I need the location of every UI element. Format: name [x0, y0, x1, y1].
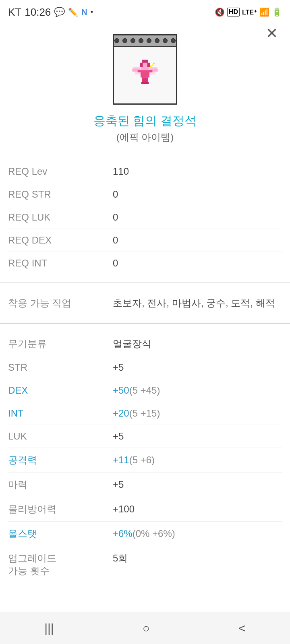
weapon-stats-section: 무기분류 얼굴장식 STR +5 DEX +50(5 +45) INT +20(… — [0, 332, 290, 582]
dex-main: +50 — [113, 385, 129, 396]
defense-label: 물리방어력 — [8, 503, 113, 516]
allstat-suffix: (0% +6%) — [133, 528, 175, 539]
battery-icon: 🔋 — [272, 7, 282, 17]
divider-3 — [0, 323, 290, 324]
divider-2 — [0, 283, 290, 283]
svg-rect-17 — [138, 70, 142, 72]
usable-jobs-value: 초보자, 전사, 마법사, 궁수, 도적, 해적 — [113, 297, 275, 310]
req-dex-label: REQ DEX — [8, 235, 113, 246]
attack-row: 공격력 +11(5 +6) — [8, 448, 282, 473]
magic-label: 마력 — [8, 478, 113, 491]
usable-jobs-label: 착용 가능 직업 — [8, 297, 113, 310]
req-luk-value: 0 — [113, 212, 118, 223]
luk-row: LUK +5 — [8, 425, 282, 448]
usable-jobs-section: 착용 가능 직업 초보자, 전사, 마법사, 궁수, 도적, 해적 — [0, 291, 290, 315]
str-value: +5 — [113, 362, 124, 373]
pixel-art-area — [114, 47, 176, 103]
signal-icon: 📶 — [259, 7, 269, 17]
magic-value: +5 — [113, 479, 124, 490]
upgrade-value: 5회 — [113, 552, 128, 565]
attack-label: 공격력 — [8, 454, 113, 466]
req-lev-value: 110 — [113, 166, 129, 177]
int-row: INT +20(5 +15) — [8, 402, 282, 425]
req-int-row: REQ INT 0 — [8, 252, 282, 275]
svg-rect-21 — [153, 62, 155, 64]
item-image-container — [0, 34, 290, 105]
req-lev-row: REQ Lev 110 — [8, 160, 282, 183]
req-str-value: 0 — [113, 189, 118, 200]
weapon-type-label: 무기분류 — [8, 337, 113, 350]
dex-label: DEX — [8, 385, 113, 396]
nav-back[interactable]: < — [238, 621, 246, 635]
divider-1 — [0, 152, 290, 152]
attack-value: +11(5 +6) — [113, 454, 155, 466]
item-grade: (에픽 아이템) — [8, 131, 282, 144]
int-value: +20(5 +15) — [113, 408, 160, 419]
req-str-row: REQ STR 0 — [8, 183, 282, 206]
hole-4 — [139, 38, 143, 43]
hole-1 — [114, 38, 119, 43]
svg-rect-15 — [141, 82, 145, 84]
hole-8 — [171, 38, 176, 43]
svg-rect-16 — [145, 82, 149, 84]
upgrade-label: 업그레이드가능 횟수 — [8, 552, 113, 577]
svg-rect-5 — [147, 62, 150, 67]
status-left: KT 10:26 💬 ✏️ N • — [8, 6, 93, 19]
nav-recent-apps[interactable]: ||| — [44, 621, 54, 635]
req-dex-row: REQ DEX 0 — [8, 229, 282, 252]
pencil-icon: ✏️ — [68, 7, 78, 17]
requirements-section: REQ Lev 110 REQ STR 0 REQ LUK 0 REQ DEX … — [0, 160, 290, 275]
int-label: INT — [8, 408, 113, 419]
magic-row: 마력 +5 — [8, 473, 282, 497]
status-right: 🔇 HD LTE⁺ 📶 🔋 — [215, 7, 282, 17]
req-luk-row: REQ LUK 0 — [8, 206, 282, 229]
status-bar: KT 10:26 💬 ✏️ N • 🔇 HD LTE⁺ 📶 🔋 — [0, 0, 290, 22]
allstat-main: +6% — [113, 528, 133, 539]
usable-jobs-row: 착용 가능 직업 초보자, 전사, 마법사, 궁수, 도적, 해적 — [8, 291, 282, 315]
attack-suffix: (5 +6) — [129, 454, 155, 465]
weapon-type-row: 무기분류 얼굴장식 — [8, 332, 282, 356]
defense-value: +100 — [113, 504, 135, 515]
svg-rect-18 — [148, 70, 152, 72]
req-str-label: REQ STR — [8, 189, 113, 200]
nav-home[interactable]: ○ — [143, 621, 150, 635]
req-int-label: REQ INT — [8, 258, 113, 269]
defense-row: 물리방어력 +100 — [8, 497, 282, 522]
svg-rect-19 — [150, 66, 152, 67]
int-main: +20 — [113, 408, 129, 419]
weapon-type-value: 얼굴장식 — [113, 337, 151, 350]
int-suffix: (5 +15) — [129, 408, 160, 419]
allstat-label: 올스탯 — [8, 527, 113, 540]
str-row: STR +5 — [8, 356, 282, 379]
dex-value: +50(5 +45) — [113, 385, 160, 396]
str-label: STR — [8, 362, 113, 373]
time-label: 10:26 — [25, 6, 51, 19]
req-luk-label: REQ LUK — [8, 212, 113, 223]
svg-rect-4 — [140, 62, 143, 67]
hole-5 — [147, 38, 151, 43]
n-icon: N — [81, 8, 87, 17]
dex-suffix: (5 +45) — [129, 385, 160, 396]
attack-main: +11 — [113, 454, 129, 465]
req-dex-value: 0 — [113, 235, 118, 246]
req-int-value: 0 — [113, 258, 118, 269]
spiral-holes — [114, 38, 176, 43]
dex-row: DEX +50(5 +45) — [8, 379, 282, 402]
allstat-row: 올스탯 +6%(0% +6%) — [8, 522, 282, 546]
talk-icon: 💬 — [54, 7, 65, 17]
req-lev-label: REQ Lev — [8, 166, 113, 177]
item-name: 응축된 힘의 결정석 — [8, 113, 282, 129]
notebook-top — [114, 35, 176, 47]
close-button[interactable]: ✕ — [266, 26, 278, 41]
item-image — [113, 34, 177, 105]
hole-2 — [122, 38, 127, 43]
luk-label: LUK — [8, 431, 113, 442]
hole-3 — [130, 38, 135, 43]
nav-bar: ||| ○ < — [0, 612, 290, 644]
allstat-value: +6%(0% +6%) — [113, 528, 175, 539]
hole-6 — [155, 38, 160, 43]
dot-icon: • — [91, 8, 93, 17]
mute-icon: 🔇 — [215, 7, 225, 17]
hd-icon: HD — [227, 8, 240, 17]
svg-rect-22 — [151, 63, 153, 65]
